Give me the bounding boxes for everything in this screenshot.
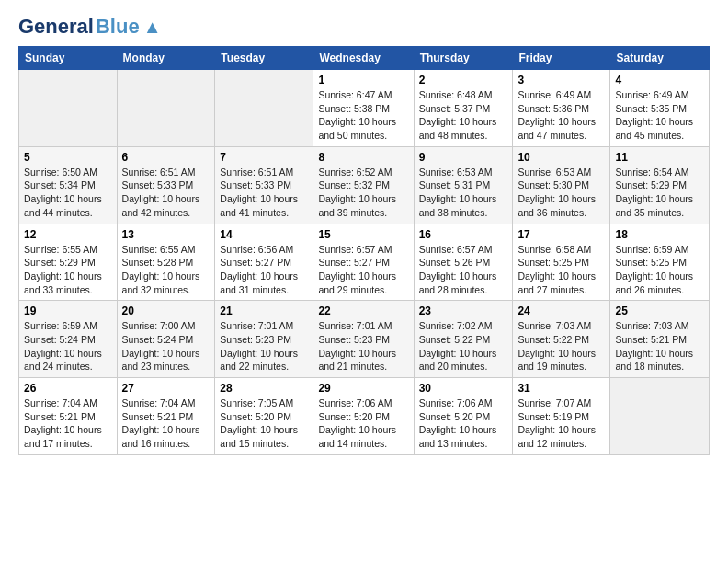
- calendar-cell: 28Sunrise: 7:05 AMSunset: 5:20 PMDayligh…: [215, 378, 313, 455]
- calendar-cell: 22Sunrise: 7:01 AMSunset: 5:23 PMDayligh…: [313, 301, 414, 378]
- day-number: 5: [24, 151, 112, 164]
- day-number: 27: [122, 382, 210, 395]
- calendar-cell: 1Sunrise: 6:47 AMSunset: 5:38 PMDaylight…: [313, 70, 414, 147]
- calendar-cell: 23Sunrise: 7:02 AMSunset: 5:22 PMDayligh…: [414, 301, 513, 378]
- day-number: 30: [419, 382, 508, 395]
- day-number: 26: [24, 382, 112, 395]
- day-info: Sunrise: 6:47 AMSunset: 5:38 PMDaylight:…: [318, 89, 396, 141]
- day-info: Sunrise: 6:54 AMSunset: 5:29 PMDaylight:…: [615, 167, 693, 218]
- day-number: 24: [518, 304, 605, 317]
- calendar-cell: 8Sunrise: 6:52 AMSunset: 5:32 PMDaylight…: [313, 146, 414, 224]
- day-info: Sunrise: 6:56 AMSunset: 5:27 PMDaylight:…: [220, 244, 298, 295]
- calendar-cell: 25Sunrise: 7:03 AMSunset: 5:21 PMDayligh…: [610, 301, 710, 378]
- day-number: 3: [518, 74, 605, 86]
- day-info: Sunrise: 7:00 AMSunset: 5:24 PMDaylight:…: [122, 320, 200, 372]
- day-number: 17: [518, 228, 605, 241]
- day-number: 16: [419, 228, 508, 241]
- calendar-cell: 15Sunrise: 6:57 AMSunset: 5:27 PMDayligh…: [313, 224, 414, 301]
- calendar-cell: 31Sunrise: 7:07 AMSunset: 5:19 PMDayligh…: [513, 378, 610, 455]
- day-number: 7: [220, 151, 308, 164]
- week-row-0: 1Sunrise: 6:47 AMSunset: 5:38 PMDaylight…: [19, 70, 710, 147]
- day-number: 2: [419, 74, 508, 86]
- calendar-cell: [215, 70, 313, 147]
- day-info: Sunrise: 6:51 AMSunset: 5:33 PMDaylight:…: [122, 167, 200, 218]
- day-info: Sunrise: 6:57 AMSunset: 5:26 PMDaylight:…: [419, 244, 497, 295]
- week-row-4: 26Sunrise: 7:04 AMSunset: 5:21 PMDayligh…: [19, 378, 710, 455]
- day-info: Sunrise: 6:55 AMSunset: 5:29 PMDaylight:…: [24, 244, 102, 295]
- day-header-monday: Monday: [117, 47, 215, 70]
- logo-general: General: [18, 15, 94, 39]
- day-info: Sunrise: 7:06 AMSunset: 5:20 PMDaylight:…: [318, 397, 396, 449]
- day-info: Sunrise: 7:03 AMSunset: 5:22 PMDaylight:…: [518, 320, 596, 372]
- calendar-cell: 4Sunrise: 6:49 AMSunset: 5:35 PMDaylight…: [610, 70, 710, 147]
- calendar-cell: 6Sunrise: 6:51 AMSunset: 5:33 PMDaylight…: [117, 146, 215, 224]
- calendar-cell: 21Sunrise: 7:01 AMSunset: 5:23 PMDayligh…: [215, 301, 313, 378]
- day-info: Sunrise: 6:59 AMSunset: 5:25 PMDaylight:…: [615, 244, 693, 295]
- calendar-cell: 13Sunrise: 6:55 AMSunset: 5:28 PMDayligh…: [117, 224, 215, 301]
- calendar-cell: 9Sunrise: 6:53 AMSunset: 5:31 PMDaylight…: [414, 146, 513, 224]
- day-header-friday: Friday: [513, 47, 610, 70]
- day-number: 28: [220, 382, 308, 395]
- calendar-cell: [610, 378, 710, 455]
- day-header-thursday: Thursday: [414, 47, 513, 70]
- day-header-saturday: Saturday: [610, 47, 710, 70]
- day-header-sunday: Sunday: [19, 47, 118, 70]
- day-number: 12: [24, 228, 112, 241]
- calendar-cell: 16Sunrise: 6:57 AMSunset: 5:26 PMDayligh…: [414, 224, 513, 301]
- day-info: Sunrise: 6:52 AMSunset: 5:32 PMDaylight:…: [318, 167, 396, 218]
- day-number: 19: [24, 304, 112, 317]
- day-number: 9: [419, 151, 508, 164]
- day-number: 21: [220, 304, 308, 317]
- day-number: 10: [518, 151, 605, 164]
- day-number: 1: [318, 74, 408, 86]
- day-info: Sunrise: 7:04 AMSunset: 5:21 PMDaylight:…: [122, 397, 200, 449]
- day-info: Sunrise: 6:59 AMSunset: 5:24 PMDaylight:…: [24, 320, 102, 372]
- calendar-cell: 3Sunrise: 6:49 AMSunset: 5:36 PMDaylight…: [513, 70, 610, 147]
- day-info: Sunrise: 6:48 AMSunset: 5:37 PMDaylight:…: [419, 89, 497, 141]
- day-number: 22: [318, 304, 408, 317]
- day-info: Sunrise: 6:49 AMSunset: 5:35 PMDaylight:…: [615, 89, 693, 141]
- logo-blue: Blue: [96, 15, 140, 39]
- day-number: 18: [615, 228, 704, 241]
- day-number: 13: [122, 228, 210, 241]
- day-info: Sunrise: 6:49 AMSunset: 5:36 PMDaylight:…: [518, 89, 596, 141]
- day-info: Sunrise: 7:01 AMSunset: 5:23 PMDaylight:…: [318, 320, 396, 372]
- day-number: 15: [318, 228, 408, 241]
- day-info: Sunrise: 7:04 AMSunset: 5:21 PMDaylight:…: [24, 397, 102, 449]
- day-info: Sunrise: 6:53 AMSunset: 5:30 PMDaylight:…: [518, 167, 596, 218]
- day-number: 25: [615, 304, 704, 317]
- calendar-cell: 11Sunrise: 6:54 AMSunset: 5:29 PMDayligh…: [610, 146, 710, 224]
- calendar-cell: 14Sunrise: 6:56 AMSunset: 5:27 PMDayligh…: [215, 224, 313, 301]
- day-number: 4: [615, 74, 704, 86]
- calendar-cell: 27Sunrise: 7:04 AMSunset: 5:21 PMDayligh…: [117, 378, 215, 455]
- logo-bird-icon: ▲: [143, 17, 162, 38]
- calendar-cell: 5Sunrise: 6:50 AMSunset: 5:34 PMDaylight…: [19, 146, 118, 224]
- day-number: 31: [518, 382, 605, 395]
- day-number: 20: [122, 304, 210, 317]
- day-number: 14: [220, 228, 308, 241]
- calendar-cell: 10Sunrise: 6:53 AMSunset: 5:30 PMDayligh…: [513, 146, 610, 224]
- header: General Blue ▲: [18, 15, 710, 39]
- day-info: Sunrise: 7:07 AMSunset: 5:19 PMDaylight:…: [518, 397, 596, 449]
- calendar-cell: 20Sunrise: 7:00 AMSunset: 5:24 PMDayligh…: [117, 301, 215, 378]
- day-info: Sunrise: 7:03 AMSunset: 5:21 PMDaylight:…: [615, 320, 693, 372]
- calendar-cell: 30Sunrise: 7:06 AMSunset: 5:20 PMDayligh…: [414, 378, 513, 455]
- day-number: 8: [318, 151, 408, 164]
- calendar-cell: 24Sunrise: 7:03 AMSunset: 5:22 PMDayligh…: [513, 301, 610, 378]
- day-info: Sunrise: 6:51 AMSunset: 5:33 PMDaylight:…: [220, 167, 298, 218]
- calendar-table: SundayMondayTuesdayWednesdayThursdayFrid…: [18, 46, 710, 455]
- day-number: 11: [615, 151, 704, 164]
- calendar-cell: 7Sunrise: 6:51 AMSunset: 5:33 PMDaylight…: [215, 146, 313, 224]
- week-row-3: 19Sunrise: 6:59 AMSunset: 5:24 PMDayligh…: [19, 301, 710, 378]
- logo: General Blue ▲: [18, 15, 161, 39]
- day-info: Sunrise: 6:57 AMSunset: 5:27 PMDaylight:…: [318, 244, 396, 295]
- day-info: Sunrise: 7:02 AMSunset: 5:22 PMDaylight:…: [419, 320, 497, 372]
- day-info: Sunrise: 6:55 AMSunset: 5:28 PMDaylight:…: [122, 244, 200, 295]
- day-header-tuesday: Tuesday: [215, 47, 313, 70]
- week-row-1: 5Sunrise: 6:50 AMSunset: 5:34 PMDaylight…: [19, 146, 710, 224]
- calendar-cell: [117, 70, 215, 147]
- week-row-2: 12Sunrise: 6:55 AMSunset: 5:29 PMDayligh…: [19, 224, 710, 301]
- calendar-cell: 2Sunrise: 6:48 AMSunset: 5:37 PMDaylight…: [414, 70, 513, 147]
- day-number: 23: [419, 304, 508, 317]
- day-info: Sunrise: 6:58 AMSunset: 5:25 PMDaylight:…: [518, 244, 596, 295]
